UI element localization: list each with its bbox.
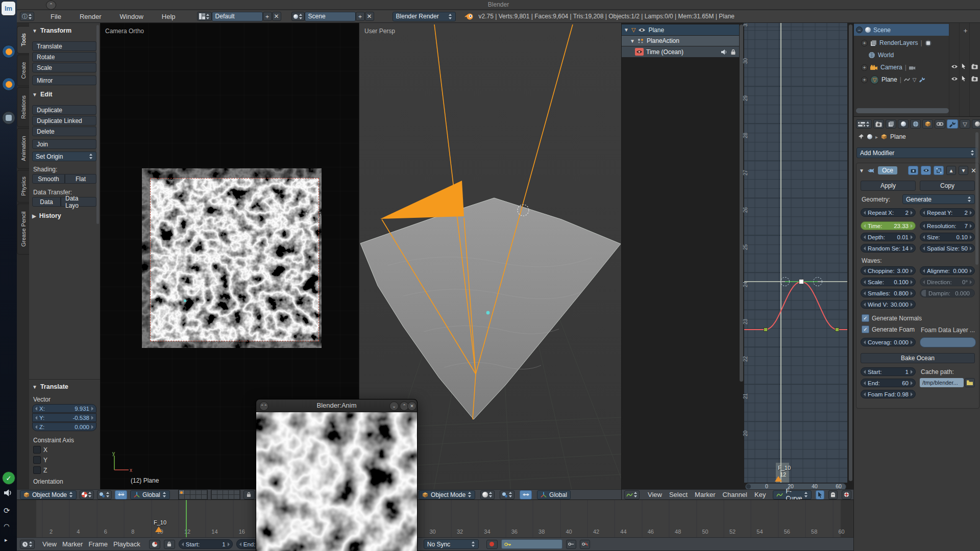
marker-triangle-icon[interactable] (775, 476, 782, 482)
layer-toggle[interactable] (223, 490, 228, 494)
layer-toggle[interactable] (190, 490, 195, 494)
alignment-field[interactable]: Alignme:0.000 (920, 266, 975, 275)
spatial-size-field[interactable]: Spatial Size:50 (920, 244, 975, 253)
file-browse-button[interactable] (965, 378, 975, 387)
layer-toggle[interactable] (234, 490, 239, 494)
orientation-dropdown-mid[interactable]: Global (537, 490, 571, 499)
frame-start-field[interactable]: Start:1 (179, 539, 233, 549)
mute-speaker-icon[interactable] (721, 49, 728, 55)
viewport-shading-dropdown-left[interactable] (80, 490, 94, 499)
graph-menu-channel[interactable]: Channel (723, 491, 747, 498)
checkbox-x[interactable] (33, 446, 41, 454)
curve-color-eye-chip[interactable] (635, 48, 644, 56)
restrict-view-eye-camera[interactable] (951, 64, 958, 69)
tab-world[interactable] (910, 119, 921, 129)
resolution-field[interactable]: Resolution:7 (920, 221, 975, 230)
curve-view[interactable]: 313029282726252423222120 F_10 12 (744, 23, 847, 483)
timeline-menu-view[interactable]: View (42, 540, 57, 548)
auto-keyframe-record-button[interactable] (486, 540, 498, 549)
geometry-dropdown[interactable]: Generate (902, 194, 975, 204)
modifier-editmode-toggle[interactable] (934, 166, 944, 175)
mirror-button[interactable]: Mirror (32, 76, 96, 85)
duplicate-linked-button[interactable]: Duplicate Linked (32, 116, 96, 126)
depth-field[interactable]: Depth:0.01 (861, 233, 916, 241)
wave-scale-field[interactable]: Scale:0.100 (861, 278, 916, 286)
expand-icon[interactable]: ＋ (861, 40, 868, 46)
timeline-editor[interactable]: 2468101214161820222426283032343638404244… (17, 500, 853, 537)
history-panel-header[interactable]: ▶History (32, 212, 61, 219)
layer-toggle[interactable] (196, 490, 201, 494)
layer-toggle[interactable] (190, 495, 195, 499)
layer-toggle[interactable] (179, 495, 184, 499)
channel-scrollbar[interactable] (740, 24, 743, 382)
expand-icon[interactable]: ＋ (861, 64, 868, 71)
editor-type-selector-graph[interactable] (624, 490, 640, 499)
constraint-y-row[interactable]: Y (33, 456, 47, 464)
wind-velocity-field[interactable]: Wind V:30.000 (861, 300, 916, 309)
direction-field[interactable]: Direction:0° (920, 278, 975, 286)
decrement-arrow-icon[interactable] (35, 416, 37, 420)
visibility-eye-icon[interactable] (638, 28, 646, 33)
sync-dropdown[interactable]: No Sync (424, 539, 479, 549)
window-minimize-button[interactable]: ⌄ (389, 402, 399, 411)
expand-icon[interactable]: ＋ (861, 77, 868, 83)
restrict-select-cursor-camera[interactable] (962, 63, 966, 69)
restrict-render-plane[interactable] (971, 76, 978, 82)
outliner-row-plane[interactable]: ＋ ▽ Plane | ▽ (861, 74, 925, 85)
layer-grid-2[interactable] (211, 489, 240, 500)
decrement-arrow-icon[interactable] (35, 407, 37, 411)
new-collection-plus[interactable]: ＋ (962, 26, 969, 35)
tab-modifiers[interactable] (947, 119, 958, 129)
tab-create[interactable]: Create (17, 55, 30, 86)
damping-field[interactable]: Dampin:0.000 (920, 289, 975, 297)
delete-scene-button[interactable]: ✕ (365, 12, 374, 21)
disclosure-triangle[interactable]: ▼ (624, 27, 629, 33)
modifier-viewport-toggle[interactable] (921, 166, 931, 175)
rotate-button[interactable]: Rotate (32, 52, 96, 62)
add-scene-button[interactable]: ＋ (356, 12, 365, 21)
size-field[interactable]: Size:0.10 (920, 233, 975, 241)
layer-toggle[interactable] (185, 495, 190, 499)
random-seed-field[interactable]: Random Se:14 (861, 244, 916, 253)
bake-start-field[interactable]: Start:1 (861, 367, 916, 376)
layer-toggle[interactable] (179, 490, 184, 494)
mode-dropdown-mid[interactable]: Object Mode (419, 490, 475, 499)
scene-icon-button[interactable] (291, 12, 305, 21)
time-field[interactable]: Time:23.33 (861, 221, 916, 230)
cache-path-field[interactable]: /tmp/blender... (920, 378, 964, 387)
manipulator-toggle-mid[interactable] (520, 490, 532, 499)
outliner-row-world[interactable]: World (868, 49, 894, 61)
insert-keyframe-button[interactable] (566, 540, 576, 549)
set-origin-dropdown[interactable]: Set Origin (32, 152, 96, 161)
layer-toggle[interactable] (229, 490, 234, 494)
graph-menu-select[interactable]: Select (669, 491, 688, 498)
window-close-button[interactable]: ✕ (407, 402, 416, 411)
normalize-button[interactable] (842, 490, 851, 499)
restrict-view-eye-plane[interactable] (951, 77, 958, 81)
collapse-header-button[interactable]: ⌃ (46, 1, 56, 10)
menu-help[interactable]: Help (162, 13, 176, 20)
choppiness-field[interactable]: Choppine:3.00 (861, 266, 916, 275)
float-window-anim[interactable]: ⌃⌃ Blender:Anim ⌄ ⌃ ✕ ✕ (256, 399, 418, 551)
outliner-row-camera[interactable]: ＋ Camera | (861, 62, 916, 73)
updates-ok-icon[interactable]: ✓ (2, 471, 15, 485)
repeat-y-field[interactable]: Repeat Y:2 (920, 208, 975, 217)
tab-grease-pencil[interactable]: Grease Pencil (17, 204, 30, 255)
generate-normals-row[interactable]: ✓ Generate Normals (862, 314, 922, 322)
layer-toggle[interactable] (217, 490, 223, 494)
editor-type-selector-properties[interactable] (856, 119, 872, 129)
lock-icon[interactable] (730, 49, 736, 55)
camera-frame-border[interactable] (150, 178, 319, 341)
restrict-select-cursor-plane[interactable] (962, 76, 966, 82)
layer-toggle[interactable] (223, 495, 228, 499)
blender-app-icon-2[interactable] (2, 78, 15, 91)
screen-layout-icon-button[interactable] (197, 12, 212, 21)
disclosure-triangle[interactable]: ▼ (630, 38, 635, 44)
layer-toggle[interactable] (217, 495, 223, 499)
translate-op-header[interactable]: ▼Translate (32, 383, 68, 390)
outliner-hscrollbar[interactable] (856, 108, 949, 113)
add-layout-button[interactable]: ＋ (263, 12, 272, 21)
app-icon[interactable] (2, 111, 15, 124)
scroll-zoom-handle[interactable] (746, 484, 751, 489)
vector-z-field[interactable]: Z: 0.000 (32, 422, 96, 431)
